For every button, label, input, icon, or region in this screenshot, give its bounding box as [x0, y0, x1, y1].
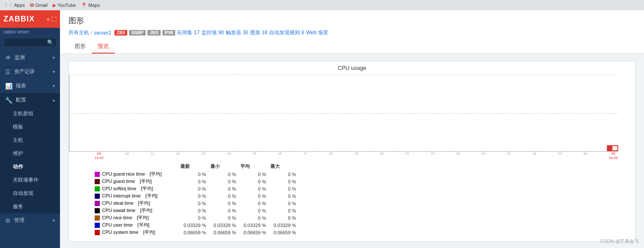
logo-text: ZABBIX [3, 15, 35, 24]
x-label: 17 [303, 152, 307, 160]
legend-color-swatch [95, 230, 100, 235]
maps-label: Maps [88, 3, 100, 8]
breadcrumb-graphs[interactable]: 图形 18 [250, 29, 268, 36]
legend-row: CPU interrupt time [平均] 0 % 0 % 0 % 0 % [95, 192, 626, 200]
admin-icon: ⚙ [5, 217, 11, 224]
breadcrumb: 所有主机 / server2 ZBX SNMP JMX IPMI 应用集 17 … [69, 29, 635, 36]
legend-color-swatch [95, 194, 100, 199]
x-label: 20 [380, 152, 383, 160]
legend-color-swatch [95, 208, 100, 213]
legend-col-latest: 最新 [180, 163, 210, 170]
sidebar-sub-host-groups[interactable]: 主机群组 [0, 107, 60, 120]
sidebar-nav: 👁 监测 ▾ ☰ 资产记录 ▾ 📊 报表 ▾ [0, 49, 60, 248]
chart-container: CPU usage 100 % 50 % 0 % [69, 61, 635, 242]
sidebar-item-monitor[interactable]: 👁 监测 ▾ [0, 51, 60, 65]
search-icon: 🔍 [47, 39, 54, 45]
legend-item-name: CPU iowait time [平均] [95, 207, 180, 214]
legend-header: 最新 最小 平均 最大 [95, 163, 626, 170]
search-input[interactable] [6, 40, 47, 45]
x-label: 03 [558, 152, 562, 160]
breadcrumb-auto-discovery[interactable]: 自动发现规则 6 [269, 29, 304, 36]
sidebar-item-reports[interactable]: 📊 报表 ▾ [0, 79, 60, 93]
legend-col-max: 最大 [270, 163, 300, 170]
tab-preview[interactable]: 预览 [92, 40, 115, 54]
sidebar-server-name: zabbix server [0, 28, 60, 36]
assets-icon: ☰ [5, 69, 11, 75]
expand-icon[interactable]: ⛶ [51, 16, 57, 22]
x-label: 0912-22 [95, 152, 103, 160]
chevron-down-icon: ▾ [53, 84, 55, 88]
x-label: 22 [431, 152, 434, 160]
breadcrumb-all-hosts[interactable]: 所有主机 [69, 29, 89, 36]
sidebar-item-admin[interactable]: ⚙ 管理 ▾ [0, 213, 60, 227]
youtube-item[interactable]: ▶ YouTube [53, 3, 76, 8]
legend-item-name: CPU user time [平均] [95, 222, 180, 228]
legend-col-avg: 平均 [240, 163, 270, 170]
breadcrumb-monitors[interactable]: 监控项 90 [201, 29, 224, 36]
sidebar-sub-maintenance[interactable]: 维护 [0, 147, 60, 160]
maps-item[interactable]: 📍 Maps [81, 3, 100, 8]
maps-icon: 📍 [81, 3, 87, 8]
badge-jmx: JMX [147, 30, 161, 36]
sidebar-item-config[interactable]: 🔧 配置 ▴ [0, 93, 60, 107]
breadcrumb-server2[interactable]: server2 [94, 30, 111, 36]
chevron-down-icon: ▾ [53, 55, 55, 60]
gmail-label: Gmail [35, 3, 48, 8]
browser-bar: ⋮⋮ Apps M Gmail ▶ YouTube 📍 Maps [0, 0, 644, 10]
legend-row: CPU steal time [平均] 0 % 0 % 0 % 0 % [95, 200, 626, 207]
chart-right-margin [618, 75, 635, 152]
gmail-item[interactable]: M Gmail [30, 3, 48, 8]
apps-grid-icon: ⋮⋮ [3, 3, 13, 8]
sidebar-sub-actions[interactable]: 动作 [0, 160, 60, 173]
legend-row: CPU iowait time [平均] 0 % 0 % 0 % 0 % [95, 207, 626, 214]
legend-item-name: CPU softirq time [平均] [95, 185, 180, 192]
sidebar-sub-discovery[interactable]: 自动发现 [0, 187, 60, 200]
x-label: 19 [354, 152, 358, 160]
legend-color-swatch [95, 223, 100, 228]
page-tabs: 图形 预览 [69, 40, 635, 54]
x-label: 02 [533, 152, 536, 160]
chart-title: CPU usage [69, 61, 635, 75]
apps-item[interactable]: ⋮⋮ Apps [3, 3, 25, 8]
x-label: 18 [329, 152, 333, 160]
collapse-icon[interactable]: « [47, 16, 50, 22]
legend-item-name: CPU steal time [平均] [95, 200, 180, 206]
x-label: 14 [227, 152, 231, 160]
sidebar-sub-templates[interactable]: 模板 [0, 120, 60, 134]
sidebar-sub-services[interactable]: 服务 [0, 200, 60, 213]
sidebar-item-label: 配置 [16, 96, 26, 104]
sidebar-sub-hosts[interactable]: 主机 [0, 134, 60, 147]
chevron-down-icon: ▾ [53, 69, 55, 74]
badge-snmp: SNMP [129, 30, 146, 36]
legend-item-name: CPU system time [平均] [95, 229, 180, 236]
breadcrumb-appsets[interactable]: 应用集 17 [177, 29, 200, 36]
chart-x-labels: 0912-22 10 11 12 13 14 15 16 17 18 19 20… [95, 152, 618, 160]
sidebar-item-label: 管理 [14, 217, 24, 224]
chart-highlight-box [611, 145, 618, 151]
legend-color-swatch [95, 179, 100, 184]
x-label-last: 0512-23 [609, 152, 617, 160]
sidebar-search[interactable]: 🔍 [3, 38, 57, 47]
x-label: 04 [584, 152, 587, 160]
sidebar-config-sub: 主机群组 模板 主机 维护 动作 关联项事件 自动发现 服务 [0, 107, 60, 213]
x-label: 23 [456, 152, 460, 160]
x-label: 12 [176, 152, 180, 160]
legend-row: CPU guest time [平均] 0 % 0 % 0 % 0 % [95, 178, 626, 185]
page-header: 图形 所有主机 / server2 ZBX SNMP JMX IPMI 应用集 … [60, 10, 644, 54]
x-label: 00 [482, 152, 485, 160]
sidebar-sub-event-correlation[interactable]: 关联项事件 [0, 173, 60, 187]
watermark: CSDN @芒果会飞 [601, 238, 639, 245]
breadcrumb-triggers[interactable]: 触发器 36 [226, 29, 249, 36]
x-label: 21 [405, 152, 409, 160]
sidebar-item-assets[interactable]: ☰ 资产记录 ▾ [0, 65, 60, 79]
legend-row: CPU softirq time [平均] 0 % 0 % 0 % 0 % [95, 185, 626, 192]
monitor-icon: 👁 [5, 54, 11, 61]
legend-color-swatch [95, 215, 100, 221]
svg-rect-1 [69, 75, 618, 151]
breadcrumb-web[interactable]: Web 场景 [306, 29, 328, 36]
x-label: 01 [507, 152, 511, 160]
legend-row: CPU nice time [平均] 0 % 0 % 0 % 0 % [95, 214, 626, 221]
chart-legend: 最新 最小 平均 最大 CPU guest nice time [平均] 0 %… [95, 163, 626, 236]
page-title: 图形 [69, 15, 635, 26]
tab-graphs[interactable]: 图形 [69, 40, 92, 54]
